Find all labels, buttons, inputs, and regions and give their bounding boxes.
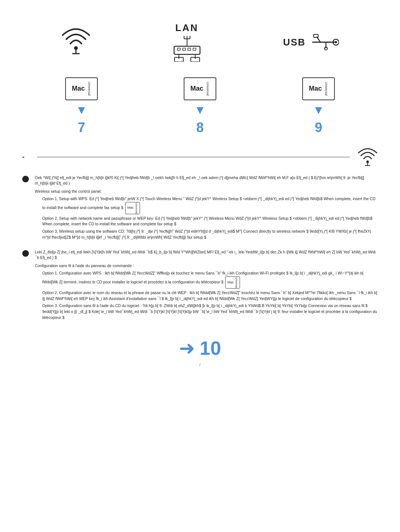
svg-rect-7 (193, 48, 196, 50)
divider-line (37, 157, 350, 157)
section-1-option-2-label: Option 2, Setup with network name and pa… (42, 216, 154, 220)
step-7-universal: Universal (87, 82, 91, 96)
section-1-option-3-label: Option 3, Wireless setup using the softw… (42, 229, 125, 233)
section-1-bullet (22, 176, 29, 182)
inline-mac-label-2: Mac (227, 280, 234, 285)
dash-label: - (22, 153, 30, 161)
step-8-block: Mac Universal ▼ 8 (163, 77, 237, 135)
svg-rect-18 (314, 34, 318, 37)
section-2-option-3-label: Option 3. Configuration sans fil à l'aid… (42, 303, 141, 308)
section-2-option-3: Option 3. Configuration sans fil à l'aid… (42, 303, 378, 320)
svg-point-16 (335, 41, 337, 43)
svg-rect-4 (177, 48, 180, 50)
lan-icon (169, 36, 206, 63)
step-7-mac-label: Mac (72, 85, 85, 92)
section-1-option-2: Option 2, Setup with network name and pa… (42, 216, 378, 228)
section-1-option-1-text: Ed j^[ Yedjheb fWd[b" je\W X j^[ Touch W… (42, 196, 376, 210)
step-7-number: 7 (78, 120, 85, 135)
section-1-option-3: Option 3, Wireless setup using the softw… (42, 229, 378, 240)
section-2-option-2: Option 2. Configuration avec le nom du r… (42, 290, 378, 302)
divider-row: - (22, 147, 378, 168)
section-2-intro: Leki Z_ifei[p Z[ jhe_i efj_edi fekh [\\[… (35, 249, 378, 261)
step-8-number: 8 (196, 120, 204, 135)
step-8-mac-label: Mac (190, 85, 203, 92)
svg-rect-5 (183, 48, 186, 50)
inline-mac-2: Mac Universal (225, 276, 240, 289)
inline-mac-1: Mac Universal (125, 202, 140, 214)
wireless-icon-block (61, 26, 91, 59)
arrow-right-icon: ➜ (179, 339, 195, 358)
step-9-universal: Universal (324, 82, 328, 96)
section-1-intro: Oek ^WI[ j^h[[ efj_edi je Yecfb[j[ m_h[b… (35, 175, 378, 187)
section-2-option-2-label: Option 2. Configuration avec le nom du r… (42, 290, 189, 295)
step-7-block: Mac Universal ▼ 7 (44, 77, 119, 135)
step-8-mac-box: Mac Universal (184, 77, 216, 100)
bottom-nav: ➜ 10 (22, 337, 378, 359)
section-1-text: Oek ^WI[ j^h[[ efj_edi je Yecfb[j[ m_h[b… (35, 175, 378, 242)
svg-rect-6 (188, 48, 191, 50)
inline-mac-label-1: Mac (127, 205, 134, 211)
section-1-block: Oek ^WI[ j^h[[ efj_edi je Yecfb[j[ m_h[b… (22, 175, 378, 242)
top-icons-row: LAN (22, 22, 378, 63)
nav-step-number: 10 (200, 337, 221, 359)
section-1-option-1: Option 1, Setup with WPS: Ed j^[ Yedjheb… (42, 196, 378, 214)
section-2-bullet (22, 250, 29, 257)
section-1-wireless-label: Wireless setup using the control panel: (35, 189, 378, 195)
lan-label: LAN (175, 22, 198, 34)
section-1-option-1-label: Option 1, Setup with WPS: (42, 196, 88, 201)
wireless-icon (61, 26, 91, 59)
inline-universal-2: Universal (235, 277, 238, 288)
section-2-text: Leki Z_ifei[p Z[ jhe_i efj_edi fekh [\\[… (35, 249, 378, 322)
lan-icon-block: LAN (169, 22, 206, 63)
section-2-option-1: Option 1. Configuration avec WPS : Ikh b… (42, 270, 378, 289)
step-7-mac-box: Mac Universal (65, 77, 98, 100)
section-2-block: Leki Z_ifei[p Z[ jhe_i efj_edi fekh [\\[… (22, 249, 378, 322)
step-9-arrow: ▼ (313, 103, 324, 117)
step-8-universal: Universal (206, 82, 210, 96)
inline-universal-1: Universal (135, 203, 138, 213)
step-9-block: Mac Universal ▼ 9 (281, 77, 356, 135)
step-9-mac-label: Mac (309, 85, 322, 92)
step-8-arrow: ▼ (194, 103, 206, 117)
page-indicator: / (22, 363, 378, 367)
wireless-icon-right (357, 147, 378, 168)
page: LAN (0, 0, 400, 382)
usb-icon-block: USB (283, 33, 339, 52)
step-9-number: 9 (315, 120, 322, 135)
section-2-config-label: Configuration sans fil à l'aide du panne… (35, 263, 378, 269)
usb-label: USB (283, 37, 306, 48)
section-2-option-1-label: Option 1. Configuration avec WPS : (42, 271, 104, 275)
steps-row: Mac Universal ▼ 7 Mac Universal ▼ 8 Mac … (22, 77, 378, 135)
usb-icon (309, 33, 339, 52)
step-9-mac-box: Mac Universal (302, 77, 335, 100)
step-7-arrow: ▼ (76, 103, 87, 117)
